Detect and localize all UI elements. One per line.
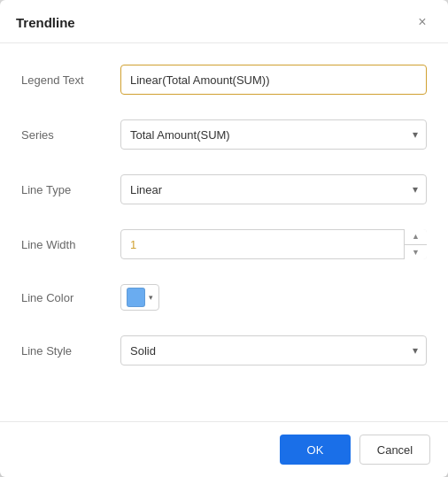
close-button[interactable]: × [413, 12, 432, 32]
dialog-header: Trendline × [0, 0, 448, 43]
dialog-footer: OK Cancel [0, 421, 448, 477]
series-control: Total Amount(SUM) ▾ [120, 119, 427, 150]
line-style-control: Solid ▾ [120, 335, 427, 365]
dialog-body: Legend Text Series Total Amount(SUM) ▾ L… [0, 43, 448, 421]
line-type-label: Line Type [21, 183, 110, 196]
cancel-button[interactable]: Cancel [359, 435, 430, 465]
legend-text-input[interactable] [120, 65, 427, 95]
line-type-select[interactable]: Linear [120, 174, 427, 204]
legend-text-control [120, 65, 427, 95]
series-label: Series [21, 128, 110, 142]
line-type-control: Linear ▾ [120, 174, 427, 204]
series-select[interactable]: Total Amount(SUM) [120, 119, 427, 150]
trendline-dialog: Trendline × Legend Text Series Total Amo… [0, 0, 448, 477]
color-swatch [127, 288, 145, 307]
legend-text-row: Legend Text [0, 52, 448, 107]
line-width-label: Line Width [21, 238, 110, 251]
legend-text-label: Legend Text [21, 73, 110, 87]
line-color-label: Line Color [21, 291, 110, 304]
ok-button[interactable]: OK [280, 435, 351, 465]
spinner-down-button[interactable]: ▼ [405, 245, 427, 260]
line-style-label: Line Style [21, 344, 110, 358]
spinner-buttons: ▲ ▼ [404, 229, 427, 259]
line-color-control: ▾ [120, 284, 427, 311]
series-row: Series Total Amount(SUM) ▾ [0, 107, 448, 162]
line-width-row: Line Width ▲ ▼ [0, 217, 448, 272]
spinner-up-button[interactable]: ▲ [405, 229, 427, 245]
line-style-row: Line Style Solid ▾ [0, 323, 448, 378]
color-picker-button[interactable]: ▾ [120, 284, 159, 311]
line-type-row: Line Type Linear ▾ [0, 162, 448, 217]
line-width-input[interactable] [120, 229, 427, 259]
line-color-row: Line Color ▾ [0, 272, 448, 323]
dialog-title: Trendline [16, 15, 75, 30]
line-style-select[interactable]: Solid [120, 335, 427, 365]
line-width-control: ▲ ▼ [120, 229, 427, 259]
color-dropdown-arrow-icon: ▾ [149, 293, 153, 302]
